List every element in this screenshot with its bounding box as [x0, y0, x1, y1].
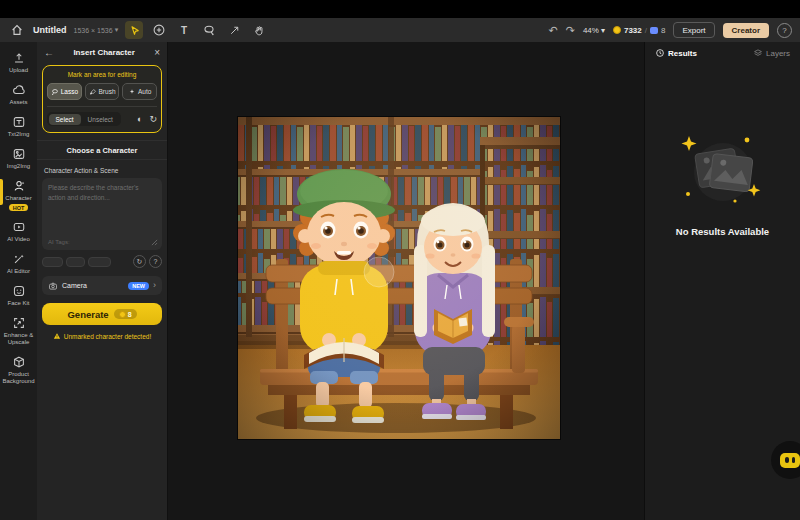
upscale-icon	[12, 316, 26, 330]
coin-icon	[613, 26, 621, 34]
action-scene-label: Character Action & Scene	[44, 167, 160, 174]
tab-results[interactable]: Results	[655, 48, 697, 58]
insert-character-panel: ← Insert Character × Mark an area for ed…	[37, 42, 168, 520]
lasso-icon	[51, 88, 59, 96]
suggestion-chip-row: ↻ ?	[42, 255, 162, 268]
sidebar-item-assets[interactable]: Assets	[0, 79, 37, 111]
chevron-down-icon: ▾	[115, 26, 119, 34]
suggestion-chip[interactable]	[42, 257, 63, 267]
canvas-dimensions[interactable]: 1536 × 1536▾	[74, 26, 119, 34]
coin-icon	[119, 311, 126, 318]
app-window: Untitled 1536 × 1536▾ T ↶ ↷ 44%▾	[0, 18, 800, 520]
editor-canvas[interactable]	[168, 42, 644, 520]
sidebar-item-product-background[interactable]: Product Background	[0, 351, 37, 390]
select-option[interactable]: Select	[49, 114, 81, 125]
suggestion-chip[interactable]	[66, 257, 85, 267]
panel-title: Insert Character	[58, 48, 150, 57]
hot-badge: HOT	[9, 204, 28, 211]
prompt-placeholder: Please describe the character's action a…	[48, 183, 156, 204]
select-toggle: Select Unselect	[47, 112, 121, 126]
prompt-hint: AI Tags:	[48, 239, 70, 245]
sidebar-item-ai-video[interactable]: AI Video	[0, 216, 37, 248]
sidebar-item-txt2img[interactable]: Txt2Img	[0, 111, 37, 143]
insert-media-tool[interactable]	[150, 21, 168, 39]
pointer-tool[interactable]	[125, 21, 143, 39]
sidebar-item-face-kit[interactable]: Face Kit	[0, 280, 37, 312]
new-badge: NEW	[128, 282, 149, 290]
chevron-down-icon: ▾	[601, 26, 605, 35]
canvas-image[interactable]	[238, 117, 560, 439]
no-results-illustration	[675, 128, 771, 214]
prompt-textarea[interactable]: Please describe the character's action a…	[42, 178, 162, 250]
choose-character-header[interactable]: Choose a Character	[37, 140, 167, 160]
tab-layers[interactable]: Layers	[753, 48, 790, 58]
face-icon	[12, 284, 26, 298]
auto-tool-button[interactable]: Auto	[122, 83, 157, 100]
generate-cost: 8	[114, 309, 137, 319]
brush-icon	[89, 88, 97, 96]
brush-tool-button[interactable]: Brush	[85, 83, 120, 100]
hand-tool[interactable]	[250, 21, 268, 39]
warning-message: Unmarked character detected!	[37, 332, 167, 340]
mark-area-box: Mark an area for editing Lasso Brush Aut…	[42, 65, 162, 133]
credit-count: 7332	[624, 26, 642, 35]
empty-state-text: No Results Available	[676, 226, 769, 237]
lasso-tool-button[interactable]: Lasso	[47, 83, 82, 100]
cloud-icon	[12, 83, 26, 97]
upload-icon	[12, 51, 26, 65]
brush-cursor	[364, 257, 394, 287]
generate-button[interactable]: Generate 8	[42, 303, 162, 325]
refresh-suggestions-icon[interactable]: ↻	[133, 255, 146, 268]
shape-tool[interactable]	[200, 21, 218, 39]
mark-area-title: Mark an area for editing	[47, 71, 157, 78]
empty-state: No Results Available	[645, 128, 800, 237]
camera-setting-row[interactable]: Camera NEW ›	[42, 276, 162, 295]
video-icon	[12, 220, 26, 234]
invert-mask-icon[interactable]: ◐	[137, 115, 142, 124]
redo-icon[interactable]: ↷	[566, 25, 575, 36]
unselect-option[interactable]: Unselect	[81, 114, 120, 125]
image-to-image-icon	[12, 147, 26, 161]
home-icon[interactable]	[8, 21, 26, 39]
help-icon[interactable]: ?	[777, 23, 792, 38]
document-title[interactable]: Untitled	[33, 25, 67, 35]
resize-handle-icon[interactable]	[151, 239, 158, 246]
history-clock-icon	[655, 48, 665, 58]
export-button[interactable]: Export	[673, 22, 714, 38]
chevron-right-icon: ›	[153, 281, 156, 290]
gem-icon	[650, 27, 658, 34]
sidebar-item-upload[interactable]: Upload	[0, 47, 37, 79]
magic-wand-icon	[12, 252, 26, 266]
creator-button[interactable]: Creator	[723, 23, 769, 38]
credits-display[interactable]: 7332 / 8	[613, 26, 665, 35]
auto-sparkle-icon	[128, 88, 136, 96]
close-icon[interactable]: ×	[154, 47, 160, 58]
layers-icon	[753, 48, 763, 58]
sidebar-item-enhance-upscale[interactable]: Enhance & Upscale	[0, 312, 37, 351]
suggestion-chip[interactable]	[88, 257, 111, 267]
prompt-help-icon[interactable]: ?	[149, 255, 162, 268]
tool-sidebar: Upload Assets Txt2Img Img2Img Character …	[0, 42, 37, 520]
warning-icon	[53, 332, 61, 340]
robot-face-icon	[780, 453, 800, 468]
back-icon[interactable]: ←	[44, 47, 54, 58]
sidebar-item-ai-editor[interactable]: AI Editor	[0, 248, 37, 280]
divider	[47, 106, 157, 107]
arrow-tool[interactable]	[225, 21, 243, 39]
camera-icon	[48, 281, 58, 291]
character-icon	[12, 179, 26, 193]
sidebar-item-img2img[interactable]: Img2Img	[0, 143, 37, 175]
text-to-image-icon	[12, 115, 26, 129]
reset-mask-icon[interactable]: ↻	[149, 115, 157, 124]
gem-count: 8	[661, 26, 665, 35]
zoom-level[interactable]: 44%▾	[583, 26, 605, 35]
text-tool[interactable]: T	[175, 21, 193, 39]
top-toolbar: Untitled 1536 × 1536▾ T ↶ ↷ 44%▾	[0, 18, 800, 42]
undo-icon[interactable]: ↶	[548, 25, 557, 36]
product-box-icon	[12, 355, 26, 369]
sidebar-item-character[interactable]: Character HOT	[0, 175, 37, 217]
